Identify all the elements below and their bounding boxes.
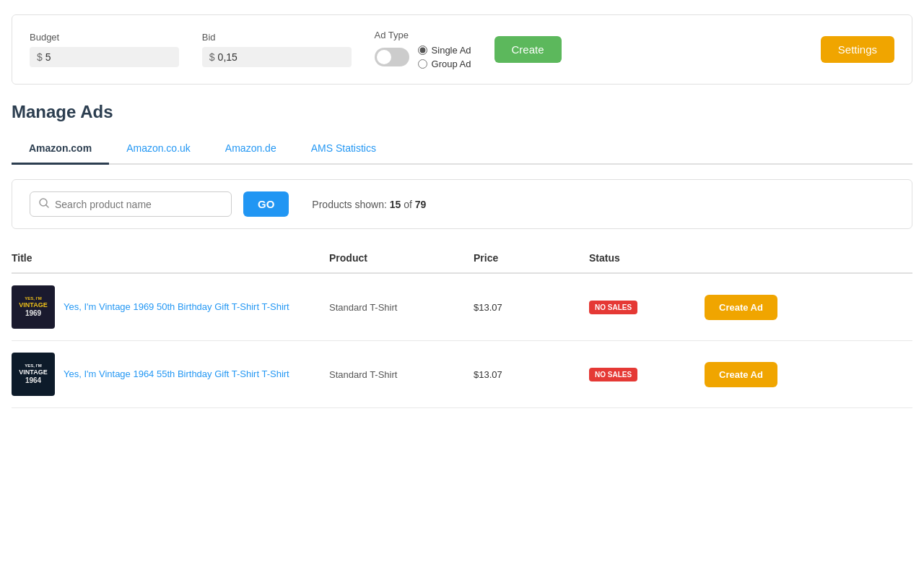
table-header: Title Product Price Status bbox=[12, 243, 912, 274]
single-ad-radio[interactable] bbox=[418, 46, 427, 55]
create-button[interactable]: Create bbox=[494, 36, 562, 63]
status-badge-1: NO SALES bbox=[589, 301, 705, 314]
products-table: Title Product Price Status YES, I'M VINT… bbox=[12, 243, 912, 408]
bid-dollar-sign: $ bbox=[209, 51, 215, 63]
product-type-1: Standard T-Shirt bbox=[329, 302, 474, 313]
status-badge-2: NO SALES bbox=[589, 368, 705, 381]
search-input[interactable] bbox=[55, 199, 222, 210]
product-thumb-2: YES, I'M VINTAGE 1964 bbox=[12, 353, 55, 396]
no-sales-badge-1: NO SALES bbox=[589, 301, 637, 314]
product-price-1: $13.07 bbox=[474, 302, 589, 313]
bid-input[interactable] bbox=[218, 51, 344, 63]
action-cell-2: Create Ad bbox=[705, 362, 912, 387]
products-count: Products shown: 15 of 79 bbox=[312, 199, 426, 210]
search-box bbox=[30, 191, 232, 217]
settings-button[interactable]: Settings bbox=[821, 36, 894, 63]
tab-ams-statistics[interactable]: AMS Statistics bbox=[294, 134, 393, 165]
table-row: YES, I'M VINTAGE 1964 Yes, I'm Vintage 1… bbox=[12, 341, 912, 408]
product-type-2: Standard T-Shirt bbox=[329, 369, 474, 380]
tabs-bar: Amazon.com Amazon.co.uk Amazon.de AMS St… bbox=[12, 134, 912, 165]
create-ad-button-1[interactable]: Create Ad bbox=[705, 295, 777, 320]
single-ad-label: Single Ad bbox=[432, 45, 471, 56]
table-row: YES, I'M VINTAGE 1969 Yes, I'm Vintage 1… bbox=[12, 274, 912, 341]
search-icon bbox=[39, 198, 49, 210]
header-price: Price bbox=[474, 252, 589, 264]
bid-input-wrapper: $ bbox=[202, 47, 352, 67]
group-ad-radio-item[interactable]: Group Ad bbox=[418, 59, 471, 69]
product-title-link-2[interactable]: Yes, I'm Vintage 1964 55th Birthday Gift… bbox=[64, 368, 289, 381]
action-cell-1: Create Ad bbox=[705, 295, 912, 320]
single-ad-radio-item[interactable]: Single Ad bbox=[418, 45, 471, 56]
ad-type-group: Ad Type Single Ad Group Ad bbox=[375, 30, 471, 69]
header-action bbox=[705, 252, 912, 264]
budget-group: Budget $ bbox=[30, 32, 179, 67]
ad-type-label: Ad Type bbox=[375, 30, 471, 40]
bid-label: Bid bbox=[202, 32, 352, 43]
products-total-count: 79 bbox=[415, 199, 427, 210]
tab-amazon-com[interactable]: Amazon.com bbox=[12, 134, 109, 165]
header-product: Product bbox=[329, 252, 474, 264]
search-panel: GO Products shown: 15 of 79 bbox=[12, 179, 912, 229]
no-sales-badge-2: NO SALES bbox=[589, 368, 637, 381]
group-ad-radio[interactable] bbox=[418, 59, 427, 69]
product-thumb-1: YES, I'M VINTAGE 1969 bbox=[12, 285, 55, 329]
ad-type-toggle[interactable] bbox=[375, 48, 409, 66]
manage-ads-title: Manage Ads bbox=[12, 102, 912, 122]
create-ad-button-2[interactable]: Create Ad bbox=[705, 362, 777, 387]
radio-group: Single Ad Group Ad bbox=[418, 45, 471, 69]
products-shown-count: 15 bbox=[390, 199, 401, 210]
budget-input-wrapper: $ bbox=[30, 47, 179, 67]
product-price-2: $13.07 bbox=[474, 369, 589, 380]
product-cell-2: YES, I'M VINTAGE 1964 Yes, I'm Vintage 1… bbox=[12, 353, 329, 396]
product-title-link-1[interactable]: Yes, I'm Vintage 1969 50th Birthday Gift… bbox=[64, 301, 289, 314]
manage-section: Manage Ads Amazon.com Amazon.co.uk Amazo… bbox=[12, 102, 912, 165]
tab-amazon-de[interactable]: Amazon.de bbox=[208, 134, 294, 165]
budget-input[interactable] bbox=[45, 51, 172, 63]
header-title: Title bbox=[12, 252, 329, 264]
toggle-row: Single Ad Group Ad bbox=[375, 45, 471, 69]
svg-line-1 bbox=[46, 205, 49, 208]
group-ad-label: Group Ad bbox=[432, 59, 471, 69]
budget-label: Budget bbox=[30, 32, 179, 43]
tab-amazon-co-uk[interactable]: Amazon.co.uk bbox=[109, 134, 208, 165]
bid-group: Bid $ bbox=[202, 32, 352, 67]
product-cell-1: YES, I'M VINTAGE 1969 Yes, I'm Vintage 1… bbox=[12, 285, 329, 329]
budget-dollar-sign: $ bbox=[37, 51, 43, 63]
header-status: Status bbox=[589, 252, 705, 264]
go-button[interactable]: GO bbox=[243, 191, 289, 217]
top-panel: Budget $ Bid $ Ad Type Single Ad Group A… bbox=[12, 14, 912, 85]
